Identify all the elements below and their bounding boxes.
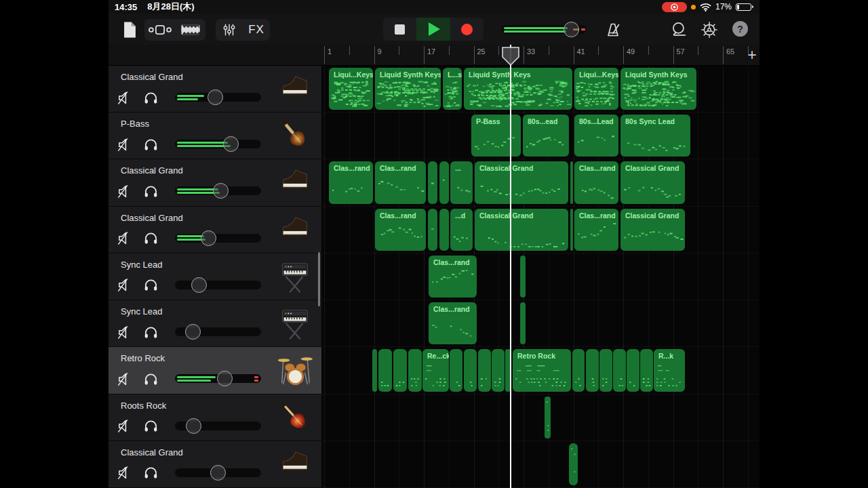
midi-region[interactable]	[640, 349, 653, 391]
midi-region[interactable]: P-Bass	[471, 115, 521, 157]
midi-region[interactable]	[545, 396, 551, 439]
mute-button[interactable]	[116, 89, 132, 106]
track-header-2[interactable]: P-Bass	[108, 113, 321, 159]
track-header-7[interactable]: Retro Rock	[108, 347, 321, 394]
volume-slider-thumb[interactable]	[191, 277, 207, 293]
vertical-scrollbar[interactable]	[318, 252, 320, 306]
midi-region[interactable]: Liquid Synth Keys	[375, 68, 441, 110]
track-volume-slider[interactable]	[175, 327, 261, 336]
track-volume-slider[interactable]	[175, 234, 261, 243]
track-lane-5[interactable]: Clas...rand	[321, 253, 760, 300]
track-lane-1[interactable]: Liqui...KeysLiquid Synth KeysL...sLiquid…	[321, 66, 760, 113]
play-button[interactable]	[416, 18, 450, 41]
mute-button[interactable]	[116, 324, 132, 340]
volume-slider-thumb[interactable]	[223, 136, 239, 152]
midi-region[interactable]: Clas...rand	[574, 161, 618, 203]
regions-view-button[interactable]	[175, 19, 205, 41]
track-header-6[interactable]: Sync Lead	[108, 300, 321, 347]
track-lane-6[interactable]: Clas...rand	[321, 300, 760, 347]
headphones-monitor-button[interactable]	[142, 277, 159, 293]
mute-button[interactable]	[116, 183, 132, 199]
midi-region[interactable]: Liquid Synth Keys	[464, 68, 572, 110]
headphones-monitor-button[interactable]	[142, 465, 159, 481]
track-lane-8[interactable]	[321, 394, 760, 441]
loop-browser-button[interactable]	[669, 19, 689, 40]
headphones-monitor-button[interactable]	[142, 230, 159, 247]
track-volume-slider[interactable]	[175, 140, 261, 148]
mute-button[interactable]	[116, 418, 132, 434]
mute-button[interactable]	[116, 230, 132, 247]
midi-region[interactable]	[627, 349, 639, 391]
master-volume-slider[interactable]	[502, 25, 586, 34]
volume-slider-thumb[interactable]	[201, 230, 216, 246]
playhead-handle[interactable]	[502, 47, 519, 66]
midi-region[interactable]: Classical Grand	[620, 209, 685, 251]
track-header-8[interactable]: Roots Rock	[108, 394, 321, 441]
midi-region[interactable]	[439, 161, 449, 203]
midi-region[interactable]: Liqui...Keys	[329, 68, 373, 110]
midi-region[interactable]: Clas...rand	[329, 161, 373, 203]
midi-region[interactable]	[570, 209, 573, 251]
midi-region[interactable]	[569, 443, 578, 485]
midi-region[interactable]	[372, 349, 377, 391]
volume-slider-thumb[interactable]	[217, 371, 233, 386]
midi-region[interactable]	[572, 349, 585, 391]
fx-button[interactable]: FX	[243, 19, 270, 41]
track-volume-slider[interactable]	[175, 186, 261, 195]
midi-region[interactable]: Classical Grand	[475, 161, 568, 203]
midi-region[interactable]: Classical Grand	[620, 161, 685, 203]
midi-region[interactable]: L...s	[443, 68, 462, 110]
track-lane-2[interactable]: P-Bass80s...ead80s...Lead80s Sync Lead	[321, 113, 760, 159]
master-volume-thumb[interactable]	[564, 22, 579, 37]
midi-region[interactable]	[599, 349, 612, 391]
volume-slider-thumb[interactable]	[185, 324, 201, 340]
midi-region[interactable]	[464, 349, 477, 391]
headphones-monitor-button[interactable]	[142, 371, 159, 387]
add-track-button[interactable]: +	[743, 47, 760, 64]
metronome-button[interactable]	[603, 19, 623, 40]
track-lane-9[interactable]	[321, 441, 760, 488]
midi-region[interactable]: Liquid Synth Keys	[620, 68, 696, 110]
mute-button[interactable]	[116, 371, 132, 387]
track-volume-slider[interactable]	[175, 422, 261, 430]
midi-region[interactable]: Clas...rand	[429, 302, 477, 344]
midi-region[interactable]: Clas...rand	[429, 256, 477, 298]
volume-slider-thumb[interactable]	[208, 89, 223, 105]
track-header-4[interactable]: Classical Grand	[108, 207, 321, 253]
midi-region[interactable]	[586, 349, 599, 391]
volume-slider-thumb[interactable]	[186, 418, 201, 434]
help-button[interactable]: ?	[732, 21, 748, 37]
midi-region[interactable]: ...	[450, 161, 473, 203]
midi-region[interactable]	[428, 161, 437, 203]
midi-region[interactable]	[439, 209, 449, 251]
timeline[interactable]: Liqui...KeysLiquid Synth KeysL...sLiquid…	[321, 66, 760, 488]
stop-button[interactable]	[383, 18, 416, 41]
headphones-monitor-button[interactable]	[142, 183, 159, 199]
mute-button[interactable]	[116, 465, 132, 481]
track-volume-slider[interactable]	[175, 281, 261, 289]
headphones-monitor-button[interactable]	[142, 324, 159, 340]
midi-region[interactable]	[393, 349, 407, 391]
track-header-3[interactable]: Classical Grand	[108, 159, 321, 206]
track-volume-slider[interactable]	[175, 93, 261, 102]
headphones-monitor-button[interactable]	[142, 136, 159, 152]
track-header-5[interactable]: Sync Lead	[108, 253, 321, 300]
mute-button[interactable]	[116, 136, 132, 152]
track-lane-7[interactable]: Re...ckRetro RockR...k	[321, 347, 760, 394]
midi-region[interactable]: Retro Rock	[513, 349, 571, 391]
midi-region[interactable]: Clas...rand	[375, 209, 426, 251]
midi-region[interactable]	[570, 161, 573, 203]
midi-region[interactable]	[428, 209, 437, 251]
midi-region[interactable]: Clas...rand	[574, 209, 618, 251]
track-volume-slider[interactable]	[175, 374, 261, 383]
midi-region[interactable]	[450, 349, 462, 391]
track-lane-4[interactable]: Clas...rand...dClassical GrandClas...ran…	[321, 207, 760, 253]
midi-region[interactable]	[492, 349, 505, 391]
bar-ruler[interactable]: + 1917253341495765	[108, 45, 760, 66]
midi-region[interactable]	[408, 349, 422, 391]
settings-button[interactable]	[699, 19, 719, 40]
midi-region[interactable]	[520, 256, 526, 298]
midi-region[interactable]	[613, 349, 626, 391]
volume-slider-thumb[interactable]	[210, 465, 226, 481]
mute-button[interactable]	[116, 277, 132, 293]
